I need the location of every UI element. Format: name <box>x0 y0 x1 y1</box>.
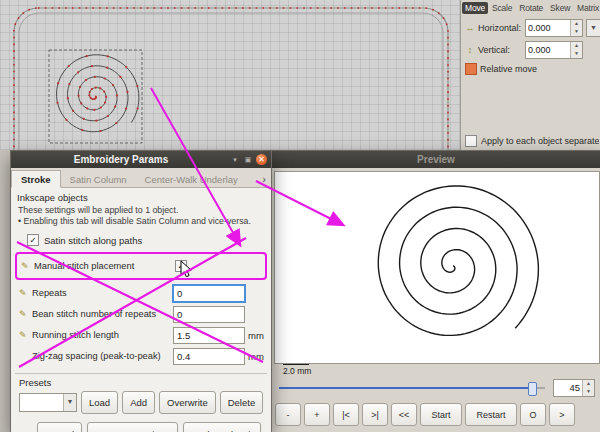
tab-move[interactable]: Move <box>462 2 488 14</box>
step-down-icon[interactable]: ▼ <box>571 28 582 36</box>
apply-each-row: Apply to each object separately <box>465 135 599 147</box>
horizontal-stepper[interactable]: ▲▼ <box>570 20 582 36</box>
playback-controls: - + |< >| << Start Restart O > <box>275 403 597 426</box>
presets-row: ▼ Load Add Overwrite Delete <box>19 391 263 414</box>
vertical-spinbox: ▲▼ <box>525 41 583 59</box>
preview-spiral-path <box>378 186 538 335</box>
speed-input[interactable] <box>554 382 582 393</box>
info-box: These settings will be applied to 1 obje… <box>18 205 267 228</box>
apply-each-label: Apply to each object separately <box>481 136 599 146</box>
speed-stepper[interactable]: ▲▼ <box>582 380 594 396</box>
tab-center-walk-underlay[interactable]: Center-Walk Underlay <box>136 171 247 187</box>
slider-row: ▲▼ <box>277 379 595 396</box>
presets-section: Presets ▼ Load Add Overwrite Delete <box>15 373 267 414</box>
step-back-button[interactable]: |< <box>333 403 359 426</box>
tab-scale[interactable]: Scale <box>489 2 515 14</box>
preset-select[interactable]: ▼ <box>19 393 77 412</box>
repeats-row: ✎ Repeats <box>15 283 267 304</box>
step-up-icon[interactable]: ▲ <box>571 20 582 28</box>
chevron-right-icon[interactable]: › <box>257 173 271 187</box>
manual-stitch-label: Manual stitch placement <box>34 261 172 271</box>
horizontal-spinbox: ▲▼ <box>525 19 583 37</box>
speed-up-button[interactable]: + <box>304 403 330 426</box>
info-line-1: These settings will be applied to 1 obje… <box>18 205 267 216</box>
mouse-cursor <box>179 260 192 277</box>
use-last-settings-button[interactable]: Use Last Settings <box>87 422 177 432</box>
step-down-icon[interactable]: ▼ <box>571 50 582 58</box>
preview-title: Preview <box>275 154 597 165</box>
zigzag-spacing-label: Zig-zag spacing (peak-to-peak) <box>32 351 170 361</box>
chevron-down-icon[interactable]: ▼ <box>63 394 76 411</box>
horizontal-arrow-icon: ↔ <box>465 23 475 33</box>
slider-handle[interactable] <box>528 382 537 396</box>
maximize-button[interactable]: ▣ <box>243 155 253 165</box>
running-stitch-label: Running stitch length <box>32 330 170 340</box>
rewind-button[interactable]: << <box>391 403 417 426</box>
satin-stitch-row: ✓ Satin stitch along paths <box>27 233 267 248</box>
preview-titlebar[interactable]: Preview <box>271 151 600 168</box>
pencil-icon: ✎ <box>19 330 29 340</box>
slow-down-button[interactable]: - <box>275 403 301 426</box>
design-canvas[interactable] <box>0 0 460 150</box>
forward-button[interactable]: > <box>549 403 575 426</box>
zigzag-spacing-input[interactable] <box>173 348 245 365</box>
close-button[interactable]: ✕ <box>256 154 267 165</box>
preview-artwork <box>275 172 597 361</box>
vertical-row: ↕ Vertical: ▲▼ <box>461 38 600 60</box>
transform-panel: Move Scale Rotate Skew Matrix ↔ Horizont… <box>460 0 600 150</box>
vertical-label: Vertical: <box>478 45 522 55</box>
info-line-2: • Enabling this tab will disable Satin C… <box>18 216 267 227</box>
horizontal-input[interactable] <box>526 23 570 33</box>
start-button[interactable]: Start <box>420 403 462 426</box>
progress-slider[interactable] <box>277 379 547 396</box>
step-down-icon[interactable]: ▼ <box>583 388 594 396</box>
embroidery-params-dialog: Embroidery Params ▾ ▣ ✕ Stroke Satin Col… <box>10 150 272 432</box>
vertical-stepper[interactable]: ▲▼ <box>570 42 582 58</box>
tab-matrix[interactable]: Matrix <box>574 2 600 14</box>
dialog-titlebar[interactable]: Embroidery Params ▾ ▣ ✕ <box>11 151 271 168</box>
vertical-input[interactable] <box>526 45 570 55</box>
manual-stitch-row: ✎ Manual stitch placement ✓ <box>15 252 267 280</box>
transform-tabbar: Move Scale Rotate Skew Matrix <box>461 0 600 16</box>
presets-label: Presets <box>19 377 263 388</box>
tab-stroke[interactable]: Stroke <box>11 170 61 188</box>
screen: Move Scale Rotate Skew Matrix ↔ Horizont… <box>0 0 600 432</box>
relative-move-row: Relative move <box>461 60 600 76</box>
running-stitch-input[interactable] <box>173 327 245 344</box>
pencil-icon: ✎ <box>19 288 29 298</box>
dialog-footer: Cancel Use Last Settings Apply and Quit <box>15 414 267 432</box>
minimize-button[interactable]: ▾ <box>230 155 240 165</box>
unit-dropdown[interactable]: ▼ <box>586 19 600 37</box>
load-button[interactable]: Load <box>81 391 118 414</box>
step-up-icon[interactable]: ▲ <box>571 42 582 50</box>
add-button[interactable]: Add <box>122 391 155 414</box>
loop-button[interactable]: O <box>520 403 546 426</box>
apply-each-checkbox[interactable] <box>465 135 477 147</box>
satin-stitch-label: Satin stitch along paths <box>44 235 142 246</box>
step-forward-button[interactable]: >| <box>362 403 388 426</box>
tab-skew[interactable]: Skew <box>547 2 573 14</box>
relative-move-label: Relative move <box>480 64 537 74</box>
cancel-button[interactable]: Cancel <box>37 422 83 432</box>
preview-canvas <box>274 171 600 364</box>
zigzag-spacing-unit: mm <box>248 351 268 362</box>
repeats-input[interactable] <box>173 285 245 302</box>
tab-rotate[interactable]: Rotate <box>516 2 546 14</box>
relative-move-checkbox[interactable] <box>465 63 477 75</box>
restart-button[interactable]: Restart <box>465 403 517 426</box>
delete-button[interactable]: Delete <box>220 391 263 414</box>
vertical-arrow-icon: ↕ <box>465 45 475 55</box>
running-stitch-row: ✎ Running stitch length mm <box>15 325 267 346</box>
overwrite-button[interactable]: Overwrite <box>159 391 216 414</box>
scale-label: 2.0 mm <box>283 366 311 376</box>
params-tabbar: Stroke Satin Column Center-Walk Underlay… <box>11 168 271 188</box>
tab-satin-column[interactable]: Satin Column <box>61 171 136 187</box>
satin-stitch-checkbox[interactable]: ✓ <box>27 234 39 246</box>
bean-stitch-row: ✎ Bean stitch number of repeats <box>15 304 267 325</box>
step-up-icon[interactable]: ▲ <box>583 380 594 388</box>
speed-spinbox: ▲▼ <box>553 379 595 397</box>
scale-indicator: 2.0 mm <box>283 364 311 376</box>
zigzag-spacing-row: ✎ Zig-zag spacing (peak-to-peak) mm <box>15 346 267 367</box>
bean-stitch-input[interactable] <box>173 306 245 323</box>
apply-and-quit-button[interactable]: Apply and Quit <box>183 422 261 432</box>
